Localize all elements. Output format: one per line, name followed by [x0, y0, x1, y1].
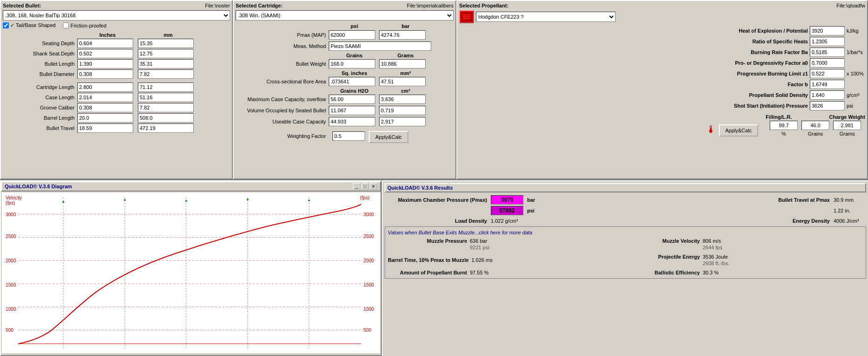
burning-rate-unit: 1/bar*s	[847, 49, 865, 55]
barrel-length-label: Barrel Length	[3, 115, 77, 121]
svg-text:1500: 1500	[363, 282, 374, 288]
useable-case-grains-input[interactable]	[329, 117, 375, 126]
cross-sectional-label: Cross-sectional Bore Area	[236, 79, 329, 84]
pmax-bar-input[interactable]	[379, 30, 426, 40]
svg-text:3000: 3000	[363, 212, 374, 217]
bullet-travel-inches-input[interactable]	[77, 123, 133, 133]
results-title: QuickLOAD© V.3.6 Results	[387, 185, 453, 191]
cartridge-length-mm-input[interactable]	[138, 82, 194, 92]
grams-header: Grams	[380, 53, 431, 58]
bullet-travel-pmax-mm: 30.9 mm	[834, 197, 866, 203]
max-pressure-psi-value: 57692	[491, 206, 523, 215]
energy-density-label: Energy Density	[755, 218, 830, 224]
heat-explosion-label: Heat of Explosion / Potential	[696, 28, 808, 34]
progressive-burning-label: Progressive Burning Limit z1	[696, 71, 808, 76]
friction-proofed-checkbox[interactable]: Friction-proofed	[63, 22, 106, 28]
propellant-solid-input[interactable]	[810, 90, 845, 100]
heat-explosion-input[interactable]	[810, 26, 845, 35]
pmax-psi-input[interactable]	[329, 30, 375, 40]
svg-text:1000: 1000	[6, 307, 16, 312]
svg-text:1500: 1500	[6, 282, 16, 288]
propellant-burnt-value: 97.55 %	[470, 270, 507, 275]
vol-occupied-cm3-input[interactable]	[379, 106, 426, 115]
bullet-travel-label: Bullet Travel	[3, 125, 77, 131]
shank-seat-depth-inches-input[interactable]	[77, 49, 133, 58]
seating-depth-inches-input[interactable]: 0.604	[77, 39, 133, 48]
useable-case-cm3-input[interactable]	[379, 117, 426, 126]
cartridge-apply-calc-button[interactable]: Apply&Calc	[369, 131, 408, 143]
max-case-capacity-label: Maximum Case Capacity, overflow	[236, 96, 329, 102]
thermometer-icon: 🌡	[706, 123, 716, 136]
close-button[interactable]: ✕	[370, 183, 377, 190]
tail-base-shaped-checkbox[interactable]: ✓ Tail/Base Shaped	[3, 22, 55, 28]
bullet-travel-mm-input[interactable]	[138, 123, 194, 133]
svg-point-31	[62, 201, 64, 203]
cartridge-section-label: Selected Cartridge:	[236, 3, 283, 8]
cross-sectional-in-input[interactable]	[329, 77, 375, 86]
factor-b-input[interactable]	[810, 80, 845, 89]
max-case-capacity-grains-input[interactable]	[329, 95, 375, 104]
restore-button[interactable]: □	[361, 183, 369, 190]
bullet-diameter-inches-input[interactable]	[77, 69, 133, 79]
shank-seat-depth-label: Shank Seat.Depth	[3, 51, 77, 56]
vol-occupied-grains-input[interactable]	[329, 106, 375, 115]
svg-text:Velocity: Velocity	[6, 195, 22, 200]
cross-sectional-mm-input[interactable]	[379, 77, 426, 86]
groove-caliber-inches-input[interactable]	[77, 103, 133, 112]
burning-rate-input[interactable]	[810, 48, 845, 57]
grains-h2o-header: Grains H2O	[329, 88, 380, 94]
case-length-inches-input[interactable]	[77, 93, 133, 102]
max-pressure-bar-unit: bar	[527, 197, 535, 203]
propellant-burnt-label: Amount of Propellant Burnt	[388, 270, 467, 275]
charge-grains-input[interactable]	[801, 121, 829, 130]
barrel-length-mm-input[interactable]	[138, 113, 194, 123]
bullet-select[interactable]: .308, 168, Nosler BalTip 30168	[3, 10, 230, 21]
propellant-section-label: Selected Propellant:	[459, 3, 509, 8]
cartridge-select[interactable]: .308 Win. (SAAMI)	[236, 10, 454, 21]
groove-caliber-label: Groove Caliber	[3, 105, 77, 110]
charge-grams-input[interactable]	[833, 121, 861, 130]
svg-text:2000: 2000	[363, 258, 374, 263]
svg-text:(fps): (fps)	[6, 200, 15, 205]
max-case-capacity-cm3-input[interactable]	[379, 95, 426, 104]
cartridge-file-label: File:\imperialcalibers	[407, 3, 454, 8]
shank-seat-depth-mm-input[interactable]	[138, 49, 194, 58]
bullet-weight-grains-input[interactable]	[329, 59, 375, 68]
weighting-factor-input[interactable]	[332, 131, 365, 141]
case-length-mm-input[interactable]	[138, 93, 194, 102]
case-length-label: Case Length	[3, 95, 77, 100]
meas-method-input[interactable]	[329, 41, 431, 51]
svg-text:500: 500	[363, 328, 371, 333]
col-header-inches: Inches	[77, 31, 138, 39]
bullet-length-mm-input[interactable]	[138, 59, 194, 68]
bullet-diameter-mm-input[interactable]	[138, 69, 194, 79]
seating-depth-label: Seating Depth	[3, 41, 77, 46]
barrel-length-inches-input[interactable]	[77, 113, 133, 123]
muzzle-section-title[interactable]: Values when Bullet Base Exits Muzzle...c…	[388, 230, 863, 235]
groove-caliber-mm-input[interactable]	[138, 103, 194, 112]
ratio-specific-heats-input[interactable]	[810, 37, 845, 46]
shot-start-unit: psi	[847, 103, 865, 109]
propellant-select[interactable]: Hodgdon CFE223 ?	[476, 12, 616, 22]
svg-text:2000: 2000	[6, 258, 16, 263]
shot-start-label: Shot Start (Initiation) Pressure	[696, 103, 808, 109]
max-chamber-pressure-label: Maximum Chamber Pressure (Pmax)	[385, 197, 487, 203]
svg-point-33	[185, 200, 187, 202]
propellant-file-label: File:\qloadfw	[836, 3, 865, 8]
pro-degressivity-input[interactable]	[810, 58, 845, 68]
bullet-weight-grams-input[interactable]	[379, 59, 426, 68]
sq-inches-header: Sq. inches	[329, 70, 380, 76]
cartridge-length-inches-input[interactable]	[77, 82, 133, 92]
propellant-apply-calc-button[interactable]: Apply&Calc	[719, 124, 759, 137]
progressive-burning-input[interactable]	[810, 69, 845, 78]
seating-depth-mm-input[interactable]: 15.35	[138, 39, 194, 48]
filling-input[interactable]	[770, 121, 798, 130]
bullet-length-inches-input[interactable]	[77, 59, 133, 68]
bullet-travel-pmax-label: Bullet Travel at Pmax	[755, 197, 830, 203]
svg-text:(fps): (fps)	[360, 195, 369, 200]
minimize-button[interactable]: _	[353, 183, 360, 190]
ballistic-eff-label: Ballistic Efficiency	[625, 270, 700, 275]
shot-start-input[interactable]	[810, 101, 845, 110]
charge-grains-unit: Grains	[801, 131, 829, 137]
svg-text:1000: 1000	[363, 307, 374, 312]
